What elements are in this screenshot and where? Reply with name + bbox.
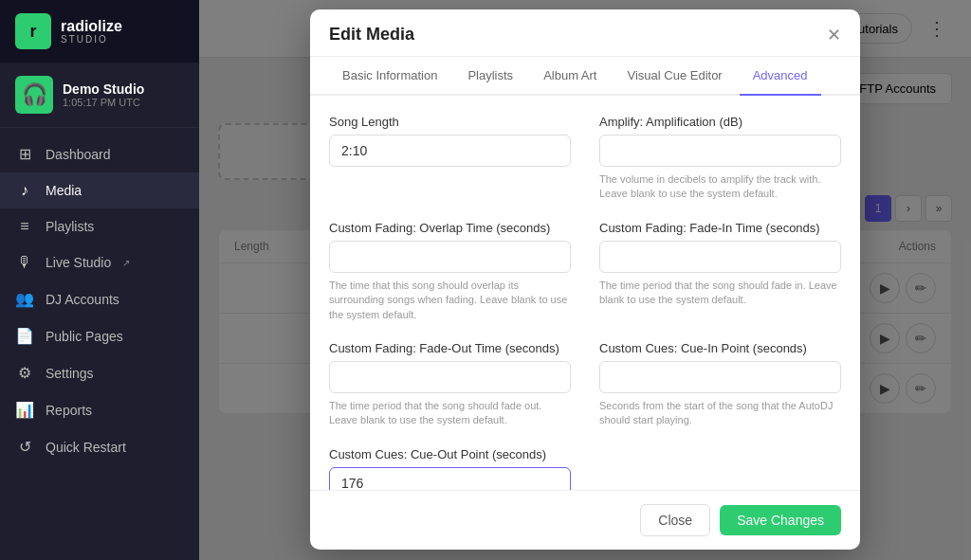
custom-fading-fadein-input[interactable] (599, 241, 841, 273)
custom-cues-cueout-group: Custom Cues: Cue-Out Point (seconds) Sec… (329, 447, 571, 490)
live-studio-icon: 🎙 (15, 254, 34, 271)
modal-close-button[interactable]: ✕ (827, 27, 841, 44)
custom-cues-cuein-input[interactable] (599, 361, 841, 393)
logo-area: r radiolize STUDIO (0, 0, 199, 63)
sidebar-item-label: Dashboard (46, 147, 111, 162)
modal-header: Edit Media ✕ (310, 9, 860, 57)
sidebar-item-live-studio[interactable]: 🎙 Live Studio ↗ (0, 244, 199, 280)
edit-media-modal: Edit Media ✕ Basic Information Playlists… (310, 9, 860, 550)
reports-icon: 📊 (15, 401, 34, 419)
custom-fading-fadein-label: Custom Fading: Fade-In Time (seconds) (599, 221, 841, 235)
amplify-input[interactable] (599, 135, 841, 167)
settings-icon: ⚙ (15, 364, 34, 382)
modal-tabs: Basic Information Playlists Album Art Vi… (310, 57, 860, 96)
sidebar-item-label: Media (46, 183, 82, 198)
sidebar-item-label: DJ Accounts (46, 292, 119, 307)
sidebar-item-label: Quick Restart (46, 440, 126, 455)
custom-fading-fadein-group: Custom Fading: Fade-In Time (seconds) Th… (599, 221, 841, 322)
sidebar-item-label: Reports (46, 403, 92, 418)
custom-cues-cuein-help: Seconds from the start of the song that … (599, 399, 841, 428)
song-length-group: Song Length (329, 115, 571, 202)
logo-icon: r (15, 13, 51, 49)
sidebar-item-label: Live Studio (46, 255, 111, 270)
close-button[interactable]: Close (640, 504, 710, 536)
tab-playlists[interactable]: Playlists (454, 57, 526, 96)
custom-fading-fadeout-input[interactable] (329, 361, 571, 393)
sidebar-item-reports[interactable]: 📊 Reports (0, 391, 199, 428)
sidebar-item-public-pages[interactable]: 📄 Public Pages (0, 317, 199, 354)
custom-fading-overlap-help: The time that this song should overlap i… (329, 279, 571, 322)
form-grid: Song Length Amplify: Amplification (dB) … (329, 115, 841, 490)
song-length-input[interactable] (329, 135, 571, 167)
custom-fading-overlap-input[interactable] (329, 241, 571, 273)
studio-info: 🎧 Demo Studio 1:05:17 PM UTC (0, 63, 199, 128)
studio-name: Demo Studio (63, 81, 144, 97)
custom-fading-overlap-group: Custom Fading: Overlap Time (seconds) Th… (329, 221, 571, 322)
nav-items: ⊞ Dashboard ♪ Media ≡ Playlists 🎙 Live S… (0, 128, 199, 560)
playlists-icon: ≡ (15, 218, 34, 235)
logo-text: radiolize (61, 18, 122, 35)
modal-title: Edit Media (329, 25, 414, 45)
amplify-help: The volume in decibels to amplify the tr… (599, 172, 841, 202)
sidebar-item-media[interactable]: ♪ Media (0, 172, 199, 208)
modal-body: Song Length Amplify: Amplification (dB) … (310, 96, 860, 490)
save-changes-button[interactable]: Save Changes (720, 505, 841, 535)
sidebar-item-quick-restart[interactable]: ↺ Quick Restart (0, 428, 199, 465)
tab-basic-information[interactable]: Basic Information (329, 57, 450, 96)
custom-fading-fadeout-group: Custom Fading: Fade-Out Time (seconds) T… (329, 341, 571, 428)
amplify-group: Amplify: Amplification (dB) The volume i… (599, 115, 841, 202)
main-area: i Tutorials ⋮ Manage SFTP Accounts « ‹ 1… (199, 0, 971, 560)
tab-advanced[interactable]: Advanced (740, 57, 821, 96)
studio-time: 1:05:17 PM UTC (63, 97, 144, 108)
modal-footer: Close Save Changes (310, 490, 860, 550)
dj-accounts-icon: 👥 (15, 290, 34, 308)
sidebar: r radiolize STUDIO 🎧 Demo Studio 1:05:17… (0, 0, 199, 560)
song-length-label: Song Length (329, 115, 571, 129)
tab-visual-cue-editor[interactable]: Visual Cue Editor (614, 57, 735, 96)
sidebar-item-label: Playlists (46, 219, 94, 234)
sidebar-item-settings[interactable]: ⚙ Settings (0, 354, 199, 391)
tab-album-art[interactable]: Album Art (530, 57, 610, 96)
sidebar-item-dashboard[interactable]: ⊞ Dashboard (0, 135, 199, 172)
custom-cues-cueout-input[interactable] (329, 467, 571, 490)
custom-fading-overlap-label: Custom Fading: Overlap Time (seconds) (329, 221, 571, 235)
dashboard-icon: ⊞ (15, 145, 34, 163)
sidebar-item-label: Public Pages (46, 329, 123, 344)
custom-cues-cuein-group: Custom Cues: Cue-In Point (seconds) Seco… (599, 341, 841, 428)
media-icon: ♪ (15, 182, 34, 199)
public-pages-icon: 📄 (15, 327, 34, 345)
studio-avatar: 🎧 (15, 76, 53, 114)
external-link-icon: ↗ (122, 258, 130, 268)
custom-fading-fadeout-label: Custom Fading: Fade-Out Time (seconds) (329, 341, 571, 355)
amplify-label: Amplify: Amplification (dB) (599, 115, 841, 129)
logo-sub: STUDIO (61, 34, 122, 45)
sidebar-item-dj-accounts[interactable]: 👥 DJ Accounts (0, 280, 199, 317)
custom-fading-fadeout-help: The time period that the song should fad… (329, 399, 571, 428)
custom-cues-cueout-label: Custom Cues: Cue-Out Point (seconds) (329, 447, 571, 461)
quick-restart-icon: ↺ (15, 438, 34, 456)
sidebar-item-label: Settings (46, 366, 94, 381)
custom-cues-cuein-label: Custom Cues: Cue-In Point (seconds) (599, 341, 841, 355)
modal-overlay: Edit Media ✕ Basic Information Playlists… (199, 0, 971, 560)
custom-fading-fadein-help: The time period that the song should fad… (599, 279, 841, 308)
sidebar-item-playlists[interactable]: ≡ Playlists (0, 208, 199, 244)
